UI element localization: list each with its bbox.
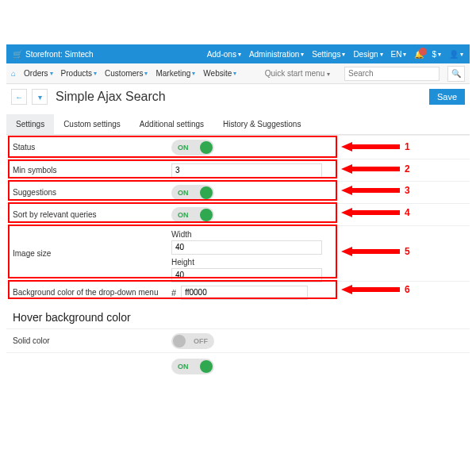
toggle-status[interactable]: ON bbox=[171, 140, 214, 155]
menu-settings[interactable]: Settings▾ bbox=[312, 50, 345, 59]
toggle-on-text: ON bbox=[178, 211, 189, 219]
tab-settings[interactable]: Settings bbox=[6, 114, 54, 134]
nav-customers[interactable]: Customers▾ bbox=[105, 69, 148, 78]
back-dropdown[interactable]: ▾ bbox=[32, 89, 48, 105]
tabs: Settings Custom settings Additional sett… bbox=[6, 114, 470, 135]
row-bg-color: Background color of the drop-down menu # bbox=[6, 281, 470, 303]
input-width[interactable] bbox=[171, 240, 322, 255]
label-solid-color: Solid color bbox=[6, 336, 165, 345]
label-bg-color: Background color of the drop-down menu bbox=[6, 288, 165, 297]
input-min-symbols[interactable] bbox=[171, 163, 322, 178]
settings-panel: Status ON Min symbols Suggestions ON bbox=[6, 135, 470, 374]
topbar: 🛒 Storefront: Simtech Add-ons▾ Administr… bbox=[6, 44, 470, 63]
notification-icon[interactable]: 🔔 bbox=[414, 50, 424, 59]
tab-custom-settings[interactable]: Custom settings bbox=[54, 114, 130, 134]
toggle-knob bbox=[173, 335, 186, 347]
label-status: Status bbox=[6, 143, 165, 152]
label-image-size: Image size bbox=[6, 249, 165, 258]
label-suggestions: Suggestions bbox=[6, 188, 165, 197]
toggle-cutoff[interactable]: ON bbox=[171, 359, 214, 374]
toggle-knob bbox=[200, 360, 213, 373]
section-hover-title: Hover background color bbox=[6, 303, 470, 328]
menu-administration[interactable]: Administration▾ bbox=[249, 50, 304, 59]
menu-currency[interactable]: $▾ bbox=[432, 50, 441, 59]
toggle-off-text: OFF bbox=[194, 337, 208, 345]
toggle-solid-color[interactable]: OFF bbox=[171, 333, 214, 349]
input-bg-color[interactable] bbox=[181, 286, 308, 300]
cart-icon: 🛒 bbox=[13, 50, 22, 59]
toggle-suggestions[interactable]: ON bbox=[171, 185, 214, 201]
toggle-knob bbox=[200, 141, 213, 154]
toggle-knob bbox=[200, 209, 213, 221]
home-icon[interactable]: ⌂ bbox=[11, 69, 16, 78]
label-width: Width bbox=[171, 230, 322, 239]
menu-addons[interactable]: Add-ons▾ bbox=[207, 50, 241, 59]
row-image-size: Image size Width Height bbox=[6, 225, 470, 281]
storefront-label[interactable]: Storefront: Simtech bbox=[25, 50, 94, 59]
menu-design[interactable]: Design▾ bbox=[353, 50, 382, 59]
title-row: ← ▾ Simple Ajax Search Save bbox=[6, 84, 470, 109]
row-suggestions: Suggestions ON bbox=[6, 181, 470, 203]
toggle-knob bbox=[200, 186, 213, 199]
toggle-on-text: ON bbox=[178, 144, 189, 152]
tab-history-suggestions[interactable]: History & Suggestions bbox=[213, 114, 310, 134]
toggle-on-text: ON bbox=[178, 189, 189, 197]
row-solid-color: Solid color OFF bbox=[6, 328, 470, 352]
navbar: ⌂ Orders▾ Products▾ Customers▾ Marketing… bbox=[6, 63, 470, 84]
toggle-sort[interactable]: ON bbox=[171, 207, 214, 223]
back-button[interactable]: ← bbox=[11, 89, 27, 105]
nav-orders[interactable]: Orders▾ bbox=[24, 69, 53, 78]
toggle-on-text: ON bbox=[178, 363, 189, 370]
label-height: Height bbox=[171, 258, 322, 267]
row-cutoff: ON bbox=[6, 352, 470, 374]
label-sort: Sort by relevant queries bbox=[6, 210, 165, 219]
row-status: Status ON bbox=[6, 135, 470, 159]
hash-label: # bbox=[171, 288, 176, 298]
quick-start-menu[interactable]: Quick start menu ▾ bbox=[259, 67, 336, 80]
menu-lang[interactable]: EN▾ bbox=[391, 50, 407, 59]
save-button[interactable]: Save bbox=[429, 89, 465, 105]
page-title: Simple Ajax Search bbox=[56, 90, 166, 104]
nav-products[interactable]: Products▾ bbox=[61, 69, 97, 78]
input-height[interactable] bbox=[171, 268, 322, 282]
nav-website[interactable]: Website▾ bbox=[203, 69, 236, 78]
user-icon[interactable]: 👤▾ bbox=[449, 50, 463, 59]
search-button[interactable]: 🔍 bbox=[447, 66, 465, 82]
nav-marketing[interactable]: Marketing▾ bbox=[155, 69, 195, 78]
label-min-symbols: Min symbols bbox=[6, 166, 165, 175]
tab-additional-settings[interactable]: Additional settings bbox=[130, 114, 213, 134]
row-sort: Sort by relevant queries ON bbox=[6, 203, 470, 225]
row-min-symbols: Min symbols bbox=[6, 159, 470, 181]
search-input[interactable] bbox=[344, 67, 440, 81]
